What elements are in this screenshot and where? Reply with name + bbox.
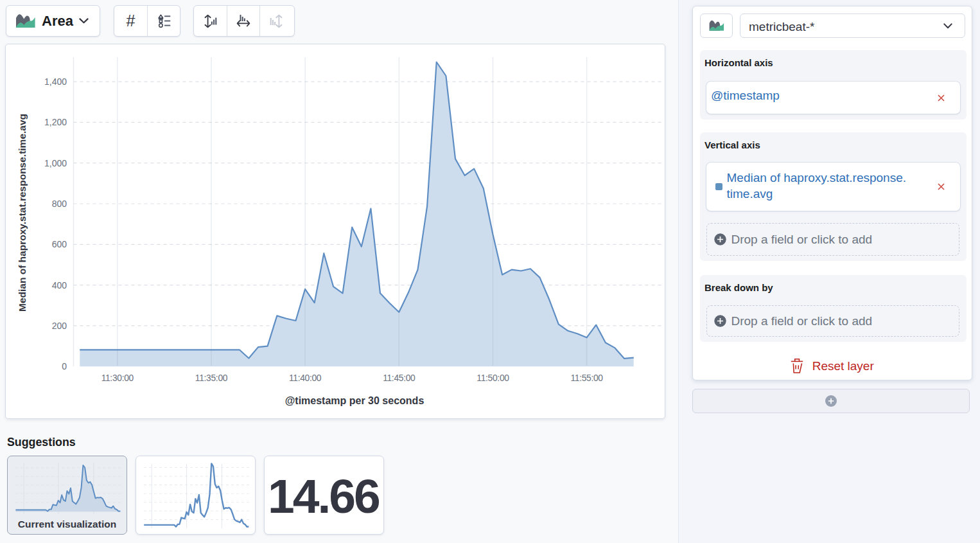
svg-text:1,400: 1,400	[44, 76, 67, 87]
svg-text:@timestamp per 30 seconds: @timestamp per 30 seconds	[285, 395, 424, 406]
svg-text:11:55:00: 11:55:00	[570, 373, 603, 383]
svg-text:11:30:00: 11:30:00	[101, 373, 134, 383]
svg-text:Median of haproxy.stat.respons: Median of haproxy.stat.response.time.avg	[17, 114, 28, 312]
svg-text:200: 200	[52, 321, 67, 331]
svg-text:1,000: 1,000	[44, 158, 67, 168]
svg-text:400: 400	[52, 280, 67, 290]
svg-text:600: 600	[52, 239, 67, 249]
svg-text:0: 0	[62, 361, 67, 371]
svg-text:1,200: 1,200	[44, 117, 67, 127]
svg-text:11:45:00: 11:45:00	[383, 373, 416, 383]
svg-text:11:35:00: 11:35:00	[195, 373, 228, 383]
svg-text:11:40:00: 11:40:00	[289, 373, 322, 383]
svg-text:11:50:00: 11:50:00	[477, 373, 509, 383]
svg-text:800: 800	[52, 199, 67, 209]
